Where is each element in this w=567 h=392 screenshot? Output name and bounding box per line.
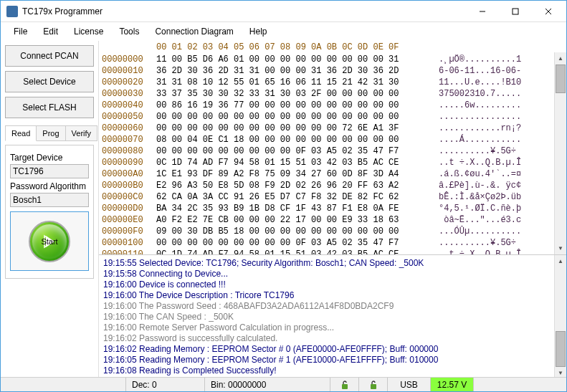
hex-row: 000000B0E2 96 A3 50 E8 5D 08 F9 2D 02 26… (102, 180, 551, 191)
status-spacer (474, 378, 566, 391)
hex-row: 000000A01C E1 93 DF 89 A2 F8 75 09 34 27… (102, 168, 551, 180)
log-line: 19:16:08 Reading is Completed Successful… (103, 365, 550, 376)
log-line: 19:15:58 Connecting to Device... (103, 269, 550, 279)
status-cell (1, 378, 126, 391)
menu-license[interactable]: License (67, 24, 110, 39)
password-algorithm-field[interactable] (10, 193, 89, 207)
scroll-up-icon[interactable]: ▲ (555, 52, 566, 64)
status-lock1 (330, 378, 359, 391)
target-device-field[interactable] (10, 164, 89, 178)
svg-rect-5 (371, 384, 376, 389)
hex-row: 0000000011 00 B5 D6 A6 01 00 00 00 00 00… (102, 54, 551, 65)
hex-row: 0000008000 00 00 00 00 00 00 00 00 0F 03… (102, 145, 551, 157)
log-line: 19:16:02 Reading Memory : EEPROM Sector … (103, 344, 550, 355)
hex-header: 00 01 02 03 04 05 06 07 08 09 0A 0B 0C 0… (99, 41, 566, 52)
maximize-button[interactable] (499, 1, 532, 21)
hex-row: 000000F009 00 30 DB B5 18 00 00 00 00 00… (102, 226, 551, 237)
hex-scrollbar[interactable]: ▲ ▼ (554, 52, 566, 254)
svg-rect-4 (342, 384, 348, 389)
left-panel: Connect PCAN Select Device Select FLASH … (1, 41, 99, 377)
target-device-label: Target Device (10, 153, 89, 163)
status-voltage: 12.57 V (431, 378, 474, 391)
tab-content: Target Device Password Algorithm Start (5, 145, 94, 279)
minimize-button[interactable] (466, 1, 499, 21)
menu-connection-diagram[interactable]: Connection Diagram (148, 24, 240, 39)
start-label: Start (41, 237, 57, 246)
log-line: 19:16:00 Remote Server Password Calculat… (103, 322, 550, 333)
status-usb: USB (388, 378, 431, 391)
hex-row: 0000004000 86 16 19 36 77 00 00 00 00 00… (102, 100, 551, 111)
hex-row: 0000006000 00 00 00 00 00 00 00 00 00 00… (102, 123, 551, 134)
connect-pcan-button[interactable]: Connect PCAN (5, 45, 94, 67)
titlebar: TC179x Programmer (1, 1, 566, 22)
select-device-button[interactable]: Select Device (5, 71, 94, 92)
operation-tabs: Read Prog Verify (5, 125, 94, 141)
app-icon (6, 6, 18, 17)
select-flash-button[interactable]: Select FLASH (5, 97, 94, 118)
menu-tools[interactable]: Tools (112, 24, 146, 39)
tab-read[interactable]: Read (5, 125, 37, 141)
log-panel[interactable]: 19:15:55 Selected Device: TC1796; Securi… (99, 255, 554, 379)
log-line: 19:16:05 Reading Memory : EEPROM Sector … (103, 355, 550, 365)
scroll-thumb[interactable] (556, 331, 566, 367)
log-scrollbar[interactable]: ▲ ▼ (554, 255, 566, 379)
hex-row: 000000D0BA 34 2C 35 93 B9 1B D8 CF 1F 43… (102, 203, 551, 214)
hex-row: 0000002031 31 08 10 12 55 01 65 16 06 11… (102, 77, 551, 88)
hex-row: 000001100C 1D 74 AD F7 94 58 01 15 51 03… (102, 249, 551, 254)
hex-viewer[interactable]: 0000000011 00 B5 D6 A6 01 00 00 00 00 00… (99, 52, 554, 254)
password-algorithm-label: Password Algorithm (10, 181, 89, 191)
start-box: Start (10, 211, 89, 271)
svg-rect-1 (513, 9, 518, 14)
hex-row: 0000001036 2D 30 36 2D 31 31 00 00 00 31… (102, 65, 551, 77)
tab-prog[interactable]: Prog (36, 125, 65, 141)
scroll-down-icon[interactable]: ▼ (555, 242, 566, 254)
menu-edit[interactable]: Edit (36, 24, 65, 39)
start-button[interactable]: Start (29, 221, 70, 262)
unlock-icon (340, 380, 350, 390)
hex-row: 0000010000 00 00 00 00 00 00 00 00 0F 03… (102, 237, 551, 249)
hex-row: 000000E0A0 F2 E2 7E CB 00 00 00 22 17 00… (102, 214, 551, 226)
menubar: File Edit License Tools Connection Diagr… (1, 22, 566, 41)
hex-row: 0000007008 00 04 0E C1 18 00 00 00 00 00… (102, 134, 551, 145)
status-lock2 (359, 378, 388, 391)
log-line: 19:15:55 Selected Device: TC1796; Securi… (103, 258, 550, 269)
tab-verify[interactable]: Verify (65, 125, 98, 141)
scroll-thumb[interactable] (556, 64, 566, 93)
scroll-up-icon[interactable]: ▲ (555, 255, 566, 267)
log-line: 19:16:00 The CAN Speed : _500K (103, 312, 550, 322)
hex-row: 000000900C 1D 74 AD F7 94 58 01 15 51 03… (102, 157, 551, 168)
log-line: 19:16:00 The Device Description : Tricor… (103, 290, 550, 301)
menu-help[interactable]: Help (242, 24, 275, 39)
status-dec: Dec: 0 (126, 378, 205, 391)
log-line: 19:16:02 Password is successfully calcul… (103, 333, 550, 344)
hex-row: 000000C062 CA 0A 3A CC 91 26 E5 D7 C7 F8… (102, 191, 551, 203)
status-bin: Bin: 00000000 (205, 378, 330, 391)
status-bar: Dec: 0 Bin: 00000000 USB 12.57 V (1, 377, 566, 391)
close-button[interactable] (532, 1, 565, 21)
hex-row: 0000003033 37 35 30 30 32 33 31 30 03 2F… (102, 88, 551, 100)
log-line: 19:16:00 The Password Seed : 468ABAFD3A2… (103, 301, 550, 312)
menu-file[interactable]: File (6, 24, 34, 39)
log-line: 19:16:00 Device is connected !!! (103, 279, 550, 290)
unlock-icon (368, 380, 378, 390)
window-title: TC179x Programmer (22, 6, 466, 16)
hex-row: 0000005000 00 00 00 00 00 00 00 00 00 00… (102, 111, 551, 123)
